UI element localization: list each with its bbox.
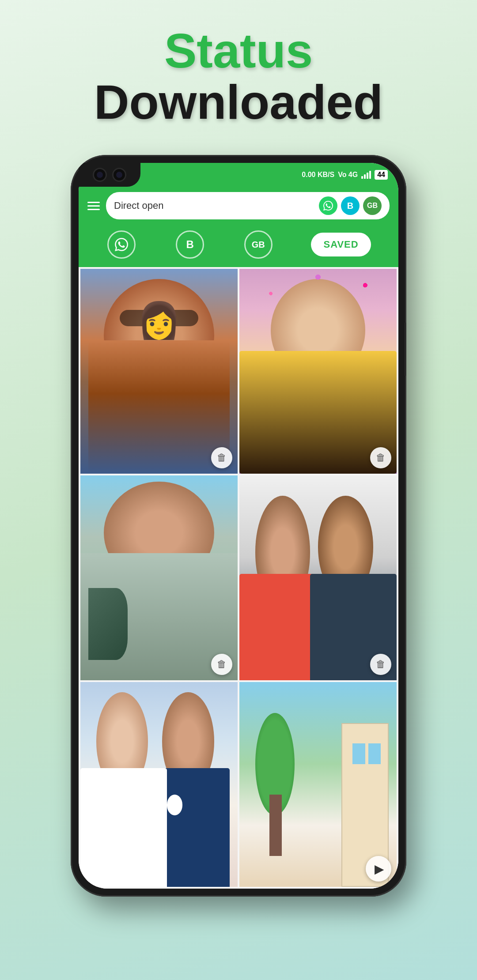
status-bar-icons: 0.00 KB/S Vo 4G 44 [302, 170, 388, 180]
delete-btn-1[interactable]: 🗑 [211, 447, 232, 468]
camera-lens-2 [112, 168, 126, 182]
battery-indicator: 44 [375, 170, 388, 180]
media-cell-5[interactable] [80, 682, 238, 887]
camera-notch [79, 163, 140, 187]
delete-btn-3[interactable]: 🗑 [211, 654, 232, 675]
hamburger-menu-icon[interactable] [87, 202, 100, 210]
network-indicator: Vo 4G [338, 171, 358, 179]
data-speed: 0.00 KB/S [302, 171, 334, 179]
tab-saved[interactable]: SAVED [311, 233, 371, 256]
title-downloaded: Downloaded [94, 75, 383, 128]
tab-whatsapp[interactable] [106, 229, 137, 260]
media-cell-1[interactable]: 🗑 [80, 269, 238, 474]
media-cell-6[interactable]: ▶ [239, 682, 397, 887]
tab-business-icon: B [176, 230, 204, 259]
whatsapp-icon-search[interactable] [319, 196, 337, 215]
signal-bars [361, 171, 371, 179]
trash-icon-3: 🗑 [217, 659, 227, 670]
tab-business[interactable]: B [174, 229, 205, 260]
search-text: Direct open [114, 200, 164, 211]
trash-icon-1: 🗑 [217, 452, 227, 464]
trash-icon-4: 🗑 [376, 659, 386, 670]
camera-lens-1 [93, 168, 107, 182]
delete-btn-2[interactable]: 🗑 [370, 447, 391, 468]
phone-screen: 0.00 KB/S Vo 4G 44 Direct open [79, 163, 398, 889]
play-btn-6[interactable]: ▶ [366, 856, 391, 882]
trash-icon-2: 🗑 [376, 452, 386, 464]
app-bar: Direct open B GB [79, 187, 398, 225]
tabs-row: B GB SAVED [79, 225, 398, 267]
gb-icon-search[interactable]: GB [363, 196, 382, 215]
delete-btn-4[interactable]: 🗑 [370, 654, 391, 675]
phone-device: 0.00 KB/S Vo 4G 44 Direct open [71, 155, 406, 897]
media-cell-3[interactable]: 🗑 [80, 475, 238, 680]
media-grid: 🗑 🗑 [79, 267, 398, 889]
search-bar[interactable]: Direct open B GB [106, 192, 390, 219]
media-cell-4[interactable]: 🗑 [239, 475, 397, 680]
tab-gb-icon: GB [244, 230, 273, 259]
phone-side-button [405, 323, 406, 376]
play-icon-6: ▶ [375, 862, 384, 876]
title-status: Status [94, 26, 383, 75]
app-icons-in-search: B GB [319, 196, 382, 215]
business-icon-search[interactable]: B [341, 196, 360, 215]
tab-whatsapp-icon [107, 230, 136, 259]
page-title-container: Status Downloaded [94, 26, 383, 128]
media-cell-2[interactable]: 🗑 [239, 269, 397, 474]
tab-gb[interactable]: GB [243, 229, 274, 260]
